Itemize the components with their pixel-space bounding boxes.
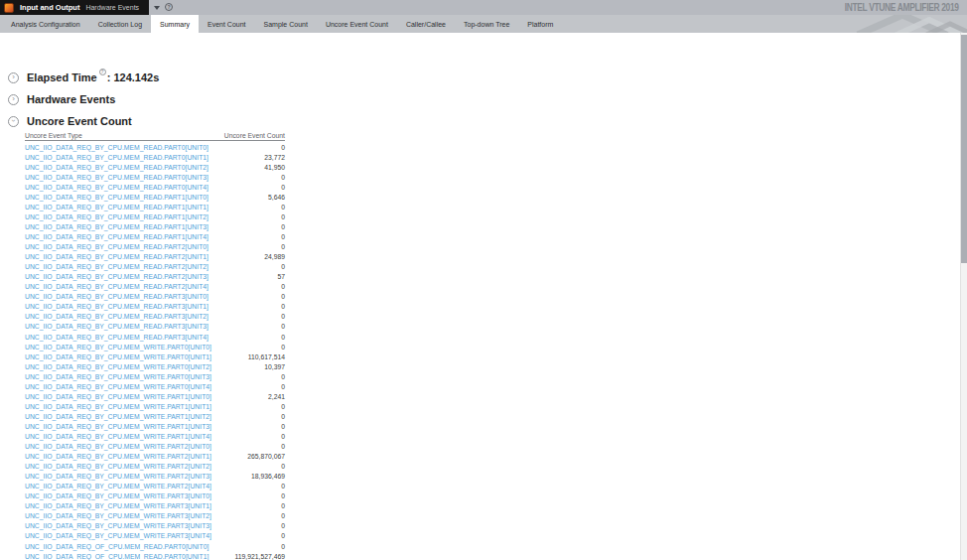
event-count-value: 0 [281,345,285,351]
event-type-link[interactable]: UNC_IIO_DATA_REQ_BY_CPU.MEM_READ.PART2[U… [25,254,208,261]
event-type-link[interactable]: UNC_IIO_DATA_REQ_BY_CPU.MEM_READ.PART0[U… [25,175,208,182]
tab-caller-callee[interactable]: Caller/Callee [397,15,455,33]
event-type-link[interactable]: UNC_IIO_DATA_REQ_BY_CPU.MEM_READ.PART1[U… [25,214,208,221]
event-type-link[interactable]: UNC_IIO_DATA_REQ_BY_CPU.MEM_WRITE.PART1[… [25,394,211,401]
tab-label: Caller/Callee [406,21,446,28]
tab-uncore-event-count[interactable]: Uncore Event Count [317,15,397,33]
event-type-link[interactable]: UNC_IIO_DATA_REQ_BY_CPU.MEM_WRITE.PART3[… [25,523,211,530]
tab-label: Top-down Tree [464,21,509,28]
hardware-events-title: Hardware Events [27,93,115,105]
table-row: UNC_IIO_DATA_REQ_BY_CPU.MEM_WRITE.PART1[… [25,402,285,412]
vertical-scrollbar[interactable] [960,33,967,560]
column-header-event-type[interactable]: Uncore Event Type [25,132,82,139]
event-count-value: 24,989 [264,254,285,261]
event-type-link[interactable]: UNC_IIO_DATA_REQ_BY_CPU.MEM_WRITE.PART2[… [25,464,211,471]
event-count-value: 0 [281,145,285,152]
table-row: UNC_IIO_DATA_REQ_BY_CPU.MEM_READ.PART0[U… [25,153,285,163]
table-row: UNC_IIO_DATA_REQ_BY_CPU.MEM_READ.PART0[U… [25,143,285,153]
table-row: UNC_IIO_DATA_REQ_OF_CPU.MEM_READ.PART0[U… [25,542,285,552]
event-type-link[interactable]: UNC_IIO_DATA_REQ_BY_CPU.MEM_READ.PART0[U… [25,165,208,172]
event-type-link[interactable]: UNC_IIO_DATA_REQ_OF_CPU.MEM_READ.PART0[U… [25,554,208,560]
event-count-value: 0 [281,374,285,381]
event-type-link[interactable]: UNC_IIO_DATA_REQ_BY_CPU.MEM_WRITE.PART0[… [25,384,211,391]
tab-analysis-configuration[interactable]: Analysis Configuration [2,15,89,33]
event-count-value: 265,870,067 [247,454,285,461]
event-type-link[interactable]: UNC_IIO_DATA_REQ_BY_CPU.MEM_WRITE.PART3[… [25,493,211,500]
event-count-value: 0 [281,185,285,192]
table-row: UNC_IIO_DATA_REQ_BY_CPU.MEM_WRITE.PART2[… [25,442,285,452]
tab-summary[interactable]: Summary [151,15,199,33]
table-row: UNC_IIO_DATA_REQ_BY_CPU.MEM_READ.PART0[U… [25,163,285,173]
expand-right-icon[interactable]: › [8,72,19,83]
event-count-value: 0 [281,214,285,221]
event-type-link[interactable]: UNC_IIO_DATA_REQ_BY_CPU.MEM_READ.PART0[U… [25,185,208,192]
table-row: UNC_IIO_DATA_REQ_BY_CPU.MEM_WRITE.PART0[… [25,362,285,372]
elapsed-time-section[interactable]: › Elapsed Time?: 124.142s [8,70,159,84]
table-row: UNC_IIO_DATA_REQ_BY_CPU.MEM_WRITE.PART1[… [25,412,285,422]
event-count-value: 0 [281,304,285,311]
table-row: UNC_IIO_DATA_REQ_BY_CPU.MEM_WRITE.PART1[… [25,432,285,442]
event-type-link[interactable]: UNC_IIO_DATA_REQ_BY_CPU.MEM_WRITE.PART3[… [25,513,211,520]
event-type-link[interactable]: UNC_IIO_DATA_REQ_BY_CPU.MEM_READ.PART2[U… [25,274,208,281]
event-type-link[interactable]: UNC_IIO_DATA_REQ_BY_CPU.MEM_WRITE.PART1[… [25,424,211,431]
event-type-link[interactable]: UNC_IIO_DATA_REQ_BY_CPU.MEM_WRITE.PART1[… [25,434,211,441]
event-type-link[interactable]: UNC_IIO_DATA_REQ_BY_CPU.MEM_READ.PART3[U… [25,304,208,311]
tab-event-count[interactable]: Event Count [199,15,255,33]
event-type-link[interactable]: UNC_IIO_DATA_REQ_BY_CPU.MEM_READ.PART3[U… [25,324,208,331]
viewpoint-selector[interactable]: Hardware Events [85,4,139,11]
event-type-link[interactable]: UNC_IIO_DATA_REQ_BY_CPU.MEM_WRITE.PART1[… [25,414,211,421]
table-row: UNC_IIO_DATA_REQ_BY_CPU.MEM_READ.PART1[U… [25,203,285,212]
event-type-link[interactable]: UNC_IIO_DATA_REQ_BY_CPU.MEM_WRITE.PART3[… [25,503,211,510]
event-type-link[interactable]: UNC_IIO_DATA_REQ_BY_CPU.MEM_WRITE.PART2[… [25,484,211,490]
tab-platform[interactable]: Platform [518,15,562,33]
column-header-event-count[interactable]: Uncore Event Count [224,132,285,139]
event-type-link[interactable]: UNC_IIO_DATA_REQ_BY_CPU.MEM_WRITE.PART2[… [25,444,211,451]
tab-top-down-tree[interactable]: Top-down Tree [455,15,518,33]
event-type-link[interactable]: UNC_IIO_DATA_REQ_BY_CPU.MEM_WRITE.PART0[… [25,354,211,361]
event-type-link[interactable]: UNC_IIO_DATA_REQ_BY_CPU.MEM_READ.PART2[U… [25,264,208,271]
event-type-link[interactable]: UNC_IIO_DATA_REQ_BY_CPU.MEM_READ.PART3[U… [25,294,208,301]
table-row: UNC_IIO_DATA_REQ_BY_CPU.MEM_READ.PART1[U… [25,212,285,222]
uncore-event-count-title: Uncore Event Count [27,115,132,127]
event-type-link[interactable]: UNC_IIO_DATA_REQ_BY_CPU.MEM_WRITE.PART2[… [25,454,211,461]
collapse-down-icon[interactable]: › [8,116,19,127]
tab-label: Analysis Configuration [11,21,80,28]
event-type-link[interactable]: UNC_IIO_DATA_REQ_BY_CPU.MEM_READ.PART0[U… [25,155,208,162]
event-type-link[interactable]: UNC_IIO_DATA_REQ_BY_CPU.MEM_WRITE.PART0[… [25,345,211,351]
metric-help-icon[interactable]: ? [99,69,106,75]
tab-collection-log[interactable]: Collection Log [89,15,151,33]
event-type-link[interactable]: UNC_IIO_DATA_REQ_BY_CPU.MEM_WRITE.PART1[… [25,404,211,411]
chevron-down-icon[interactable] [154,6,160,10]
expand-right-icon[interactable]: › [8,94,19,105]
table-row: UNC_IIO_DATA_REQ_BY_CPU.MEM_WRITE.PART3[… [25,522,285,532]
help-icon[interactable]: ? [165,3,173,11]
tab-sample-count[interactable]: Sample Count [255,15,317,33]
table-row: UNC_IIO_DATA_REQ_BY_CPU.MEM_WRITE.PART2[… [25,463,285,473]
event-type-link[interactable]: UNC_IIO_DATA_REQ_BY_CPU.MEM_READ.PART1[U… [25,224,208,231]
event-type-link[interactable]: UNC_IIO_DATA_REQ_BY_CPU.MEM_WRITE.PART2[… [25,474,211,481]
event-count-value: 0 [281,234,285,241]
event-count-value: 0 [281,205,285,211]
table-row: UNC_IIO_DATA_REQ_BY_CPU.MEM_READ.PART3[U… [25,313,285,323]
event-type-link[interactable]: UNC_IIO_DATA_REQ_BY_CPU.MEM_READ.PART2[U… [25,244,208,251]
event-type-link[interactable]: UNC_IIO_DATA_REQ_BY_CPU.MEM_WRITE.PART0[… [25,364,211,371]
event-count-value: 0 [281,284,285,291]
event-type-link[interactable]: UNC_IIO_DATA_REQ_BY_CPU.MEM_WRITE.PART0[… [25,374,211,381]
scrollbar-thumb[interactable] [961,35,967,263]
hardware-events-section[interactable]: › Hardware Events [8,92,115,106]
elapsed-time-title: Elapsed Time?: 124.142s [27,71,159,83]
event-type-link[interactable]: UNC_IIO_DATA_REQ_BY_CPU.MEM_READ.PART0[U… [25,145,208,152]
event-type-link[interactable]: UNC_IIO_DATA_REQ_OF_CPU.MEM_READ.PART0[U… [25,544,208,551]
event-type-link[interactable]: UNC_IIO_DATA_REQ_BY_CPU.MEM_READ.PART1[U… [25,195,208,202]
event-type-link[interactable]: UNC_IIO_DATA_REQ_BY_CPU.MEM_READ.PART2[U… [25,284,208,291]
event-type-link[interactable]: UNC_IIO_DATA_REQ_BY_CPU.MEM_READ.PART3[U… [25,335,208,342]
table-row: UNC_IIO_DATA_REQ_BY_CPU.MEM_WRITE.PART0[… [25,343,285,352]
event-type-link[interactable]: UNC_IIO_DATA_REQ_BY_CPU.MEM_WRITE.PART3[… [25,533,211,540]
table-row: UNC_IIO_DATA_REQ_BY_CPU.MEM_READ.PART1[U… [25,222,285,232]
event-type-link[interactable]: UNC_IIO_DATA_REQ_BY_CPU.MEM_READ.PART3[U… [25,314,208,321]
event-type-link[interactable]: UNC_IIO_DATA_REQ_BY_CPU.MEM_READ.PART1[U… [25,205,208,211]
table-row: UNC_IIO_DATA_REQ_BY_CPU.MEM_READ.PART0[U… [25,183,285,193]
event-count-value: 0 [281,264,285,271]
event-type-link[interactable]: UNC_IIO_DATA_REQ_BY_CPU.MEM_READ.PART1[U… [25,234,208,241]
uncore-event-count-section[interactable]: › Uncore Event Count [8,114,132,128]
